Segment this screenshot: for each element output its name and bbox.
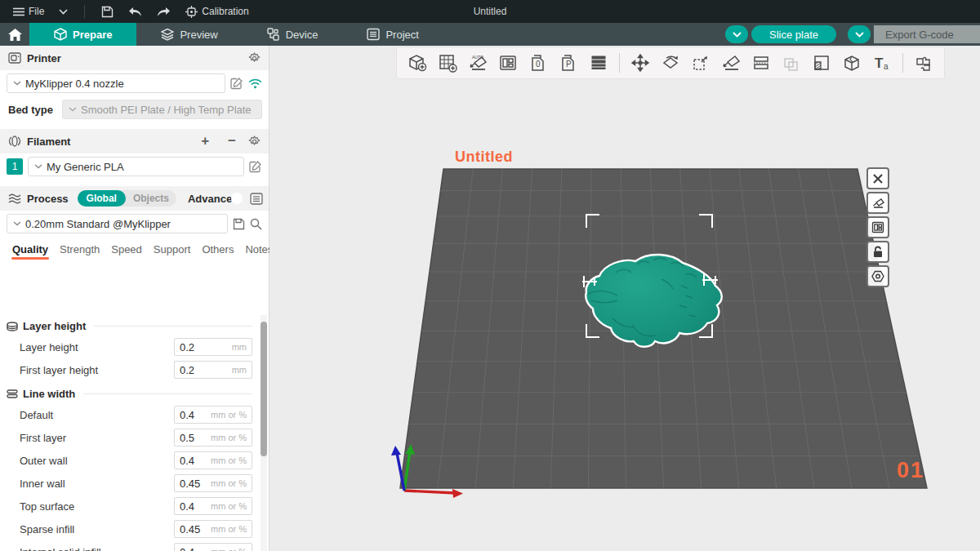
undo-button[interactable] — [123, 0, 147, 23]
setting-unit: mm — [232, 365, 247, 375]
left-panel: Printer MyKlipper 0.4 nozzle Bed type Sm… — [0, 46, 270, 551]
remove-filament-icon[interactable]: − — [221, 133, 243, 149]
filament-slot-badge[interactable]: 1 — [7, 158, 23, 175]
delete-plate-button[interactable] — [866, 167, 889, 189]
project-icon — [367, 28, 380, 41]
tab-preview[interactable]: Preview — [136, 23, 242, 46]
outer-wall-width-input[interactable]: 0.4 mm or % — [174, 451, 252, 469]
redo-icon — [157, 7, 171, 17]
edit-filament-icon[interactable] — [249, 160, 262, 173]
layer-height-group: Layer height — [0, 313, 259, 335]
process-preset-value: 0.20mm Standard @MyKlipper — [25, 218, 171, 230]
setting-label: Top surface — [20, 500, 174, 513]
internal-solid-infill-width-input[interactable]: 0.4 mm or % — [174, 543, 252, 551]
arrange-plate-button[interactable] — [866, 216, 889, 238]
printer-preset-select[interactable]: MyKlipper 0.4 nozzle — [7, 73, 225, 93]
process-header-label: Process — [27, 193, 69, 205]
printer-settings-icon[interactable] — [248, 52, 261, 64]
add-filament-icon[interactable]: + — [194, 133, 216, 149]
wifi-connection-icon[interactable] — [248, 78, 262, 89]
setting-label: First layer height — [20, 364, 174, 376]
export-gcode-button[interactable]: Export G-code — [874, 25, 980, 43]
settings-scrollbar[interactable] — [261, 315, 267, 551]
setting-value: 0.5 — [180, 432, 211, 444]
bed-type-select[interactable]: Smooth PEI Plate / High Temp Plate — [62, 100, 262, 119]
setting-value: 0.2 — [180, 364, 232, 376]
setting-label: Inner wall — [20, 478, 174, 490]
printer-preset-row: MyKlipper 0.4 nozzle — [0, 70, 269, 96]
first-layer-height-input[interactable]: 0.2 mm — [174, 361, 252, 379]
bed-type-row: Bed type Smooth PEI Plate / High Temp Pl… — [0, 96, 269, 122]
first-layer-width-input[interactable]: 0.5 mm or % — [174, 429, 252, 447]
setting-unit: mm or % — [211, 547, 247, 551]
viewport-3d[interactable]: AUTO 0 P — [270, 46, 980, 551]
process-icon — [8, 193, 21, 204]
chevron-down-icon — [59, 9, 68, 15]
calibration-button[interactable]: Calibration — [180, 0, 253, 23]
recent-dropdown[interactable] — [54, 0, 73, 23]
setting-unit: mm — [232, 342, 247, 352]
setting-row: Outer wall 0.4 mm or % — [0, 449, 259, 472]
compare-presets-icon[interactable] — [250, 193, 263, 205]
tab-support[interactable]: Support — [148, 242, 197, 261]
process-preset-row: 0.20mm Standard @MyKlipper — [0, 211, 269, 237]
build-plate-canvas[interactable] — [270, 46, 979, 551]
lock-plate-button[interactable] — [866, 241, 889, 263]
process-scope-toggle[interactable]: Global Objects — [78, 190, 176, 207]
scope-global[interactable]: Global — [78, 190, 126, 207]
scrollbar-thumb[interactable] — [261, 322, 267, 456]
lock-icon — [872, 246, 884, 258]
save-preset-icon[interactable] — [233, 218, 245, 230]
sparse-infill-width-input[interactable]: 0.45 mm or % — [174, 520, 252, 538]
process-preset-select[interactable]: 0.20mm Standard @MyKlipper — [7, 214, 228, 233]
edit-printer-icon[interactable] — [230, 77, 243, 90]
top-surface-width-input[interactable]: 0.4 mm or % — [174, 497, 252, 515]
auto-orient-icon — [871, 197, 884, 209]
tab-prepare[interactable]: Prepare — [29, 23, 136, 46]
filament-settings-icon[interactable] — [248, 136, 261, 148]
tab-strength[interactable]: Strength — [54, 242, 105, 261]
undo-icon — [128, 7, 142, 17]
tab-device[interactable]: Device — [243, 23, 343, 46]
setting-row: Default 0.4 mm or % — [0, 403, 259, 426]
scope-objects[interactable]: Objects — [126, 193, 176, 204]
printer-icon — [8, 52, 21, 64]
export-options-button[interactable] — [848, 25, 871, 43]
setting-row: Layer height 0.2 mm — [0, 335, 259, 358]
calibration-label: Calibration — [202, 6, 248, 17]
default-width-input[interactable]: 0.4 mm or % — [174, 406, 252, 424]
plate-settings-button[interactable] — [866, 265, 889, 287]
main-area: Printer MyKlipper 0.4 nozzle Bed type Sm… — [0, 46, 980, 551]
home-button[interactable] — [0, 23, 29, 46]
tab-quality[interactable]: Quality — [7, 242, 54, 261]
slice-plate-button[interactable]: Slice plate — [751, 25, 836, 43]
setting-row: Inner wall 0.45 mm or % — [0, 472, 259, 495]
home-icon — [8, 29, 22, 41]
settings-list: Layer height Layer height 0.2 mm First l… — [0, 313, 259, 551]
tab-speed[interactable]: Speed — [105, 242, 148, 261]
setting-unit: mm or % — [211, 524, 247, 534]
inner-wall-width-input[interactable]: 0.45 mm or % — [174, 474, 252, 492]
tab-preview-label: Preview — [180, 29, 217, 41]
chevron-down-icon — [69, 107, 77, 112]
filament-icon — [8, 136, 21, 147]
line-width-group: Line width — [0, 381, 259, 403]
setting-value: 0.45 — [180, 478, 211, 490]
search-settings-icon[interactable] — [250, 218, 262, 230]
printer-header-label: Printer — [27, 52, 61, 64]
file-menu[interactable]: File — [8, 0, 49, 23]
save-icon — [101, 6, 114, 18]
redo-button[interactable] — [152, 0, 176, 23]
setting-unit: mm or % — [211, 501, 247, 511]
layer-height-input[interactable]: 0.2 mm — [174, 338, 252, 356]
save-button[interactable] — [96, 0, 118, 23]
orient-plate-button[interactable] — [866, 192, 889, 214]
slice-options-button[interactable] — [725, 25, 748, 43]
tab-project[interactable]: Project — [342, 23, 443, 46]
titlebar-left: File Calibration — [8, 0, 254, 23]
plate-title[interactable]: Untitled — [455, 149, 513, 166]
setting-label: Outer wall — [20, 455, 174, 467]
setting-unit: mm or % — [211, 455, 247, 465]
tab-others[interactable]: Others — [196, 242, 239, 261]
filament-preset-select[interactable]: My Generic PLA — [28, 157, 244, 176]
